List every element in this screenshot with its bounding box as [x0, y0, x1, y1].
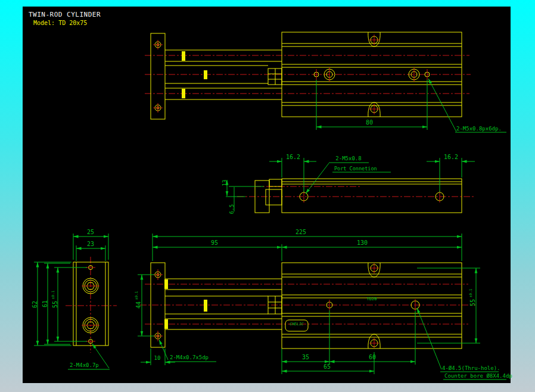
dim-55-right-label: 55 — [469, 299, 476, 306]
dim-16-2-right-label: 16.2 — [444, 154, 458, 160]
dim-16-2-left-label: 16.2 — [286, 154, 300, 160]
dim-61-label: 61 — [42, 300, 48, 307]
rod-retainer — [182, 89, 185, 98]
dim-55-left-tolerance: ±0.1 — [51, 290, 55, 299]
model-label: Model: TD 20x75 — [33, 20, 87, 26]
counter-bore-label: Counter bore Ø8X4.4dp — [444, 373, 512, 379]
port-connection-label: Port Connetion — [334, 166, 377, 172]
rod-retainer — [182, 51, 185, 61]
brand-label: CHELIC — [290, 322, 304, 326]
rod-step — [204, 70, 207, 79]
dim-80-label: 80 — [366, 119, 373, 126]
body-marking: TD20 — [367, 297, 377, 301]
dim-130-label: 130 — [357, 239, 368, 246]
rod-retainer — [164, 279, 168, 289]
cad-viewport: TWIN-ROD CYLINDER Model: TD 20x75 — [0, 0, 535, 392]
thru-hole-label: 4-Ø4.5(Thru-hole). — [442, 365, 500, 371]
dim-60-label: 60 — [369, 354, 376, 360]
rod-step — [204, 300, 207, 312]
dim-62-label: 62 — [32, 301, 38, 308]
dim-10-label: 10 — [154, 355, 161, 361]
dim-55-right-tolerance: ±0.1 — [468, 288, 472, 297]
drawing-title: TWIN-ROD CYLINDER — [29, 11, 101, 18]
dim-13-label: 13 — [222, 180, 228, 186]
dim-65-label: 65 — [324, 363, 331, 370]
drawing-canvas[interactable] — [23, 7, 511, 383]
dim-44-label: 44 — [135, 301, 142, 309]
dim-35-label: 35 — [302, 354, 309, 360]
dim-23-label: 23 — [87, 241, 94, 247]
rod-retainer — [164, 319, 168, 329]
thread-callout-label: 2-M5x0.8px6dp. — [456, 126, 502, 132]
rod-thread-label: 2-M4x0.7x5dp — [170, 354, 209, 360]
dim-95-label: 95 — [211, 239, 218, 246]
dim-225-label: 225 — [296, 229, 306, 235]
end-thread-label: 2-M4x0.7p — [70, 362, 99, 368]
dim-55-left-label: 55 — [52, 301, 58, 308]
dim-6-5-label: 6.5 — [229, 204, 235, 214]
dim-25-label: 25 — [87, 229, 94, 235]
dim-44-tolerance: ±0.1 — [134, 291, 138, 300]
port-thread-label: 2-M5x0.8 — [335, 155, 361, 161]
